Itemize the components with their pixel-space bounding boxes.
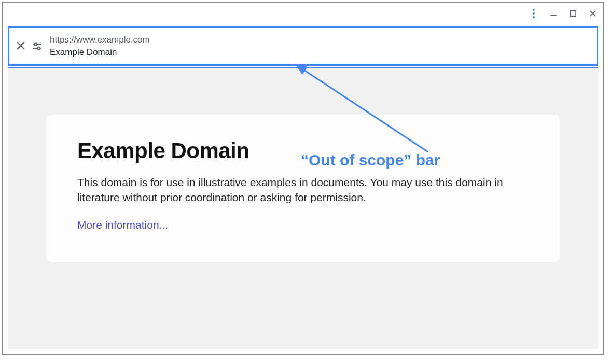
scope-info: https://www.example.com Example Domain [50,34,150,59]
content-card: Example Domain This domain is for use in… [46,115,560,262]
out-of-scope-bar: https://www.example.com Example Domain [8,26,598,66]
svg-point-7 [35,43,37,46]
content-area: Example Domain This domain is for use in… [8,67,598,349]
scope-title: Example Domain [50,46,150,59]
minimize-icon[interactable] [549,9,558,18]
scope-url: https://www.example.com [50,34,150,46]
more-information-link[interactable]: More information... [77,219,168,231]
maximize-icon[interactable] [569,9,577,18]
page-body-text: This domain is for use in illustrative e… [77,175,508,205]
tune-icon[interactable] [32,41,43,51]
close-window-icon[interactable] [589,9,597,18]
more-vertical-icon[interactable] [530,7,538,20]
svg-point-9 [38,47,40,50]
window-controls [530,7,597,20]
close-icon[interactable] [17,41,25,51]
page-heading: Example Domain [77,138,529,163]
window-frame: https://www.example.com Example Domain E… [2,2,604,355]
svg-rect-1 [571,11,576,16]
